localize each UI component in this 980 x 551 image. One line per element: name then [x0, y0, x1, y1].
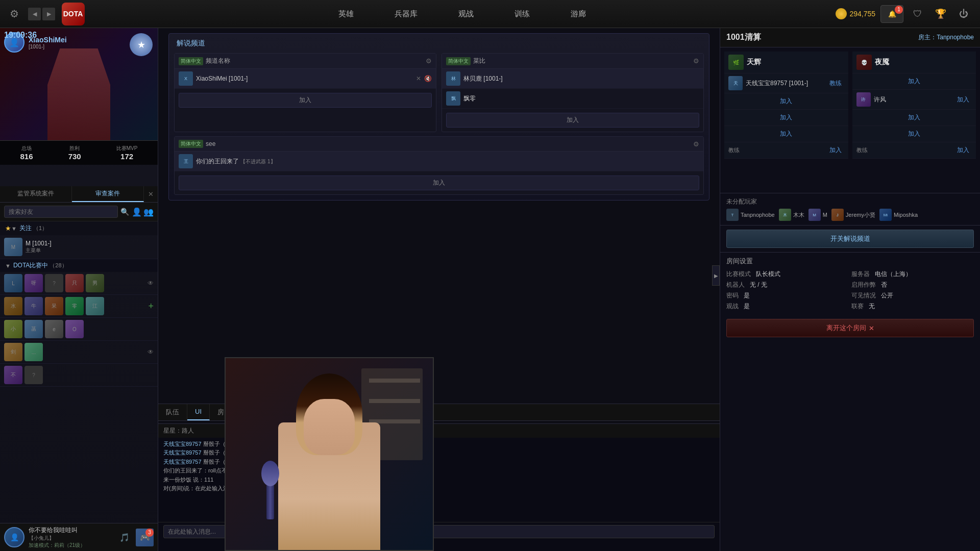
unassigned-section: 未分配玩家 T Tanpnophobe 木 木木 M M J Jeremy小贤	[720, 193, 980, 226]
panel-right-gear[interactable]: ⚙	[693, 57, 699, 65]
nav-watch[interactable]: 观战	[453, 7, 479, 21]
player-rank: [1001-]	[29, 44, 67, 49]
center-area: 解说频道 简体中文 频道名称 ⚙ X XiaoShiMei [1001-] ✕ …	[158, 28, 720, 551]
player-avatar-unk: ?	[24, 366, 43, 384]
leave-room-btn[interactable]: 离开这个房间 ✕	[726, 319, 974, 337]
nav-forward-btn[interactable]: ▶	[42, 8, 55, 20]
join-slot-btn[interactable]: 加入	[777, 129, 795, 139]
following-count: （1）	[33, 224, 47, 232]
join-btn[interactable]: 加入	[954, 94, 972, 105]
unassigned-player: Mi Miposhka	[879, 209, 918, 221]
friend-group-icon[interactable]: 👥	[143, 207, 154, 217]
list-item[interactable]: 水 牛 呆 零 江 +	[0, 295, 158, 318]
nav-arcade[interactable]: 游廊	[566, 7, 591, 21]
tab-case-review[interactable]: 审查案件	[72, 186, 144, 202]
bottom-player-icon[interactable]: 🎮 3	[136, 529, 154, 546]
nav-heroes[interactable]: 英雄	[333, 7, 359, 21]
unassigned-title: 未分配玩家	[726, 197, 974, 206]
join-button[interactable]: 教练	[827, 78, 844, 89]
add-friend-icon[interactable]: 👤	[132, 207, 142, 217]
dota-section-header[interactable]: ▼ DOTA比赛中 （28）	[0, 259, 158, 272]
expand-arrow[interactable]: ▶	[712, 265, 720, 286]
list-item[interactable]: M M [1001-] 主菜单	[0, 235, 158, 259]
player-avatar-longdd: L	[4, 274, 22, 292]
tab-ui[interactable]: UI	[187, 404, 210, 420]
list-item[interactable]: 小 菡 e O	[0, 318, 158, 341]
team-dire: 💀 夜魇 加入 许 许风 加入 加入 加入	[852, 52, 976, 189]
time-display: 19:09:36	[4, 31, 154, 40]
channel-right-add-btn[interactable]: 加入	[446, 113, 699, 128]
search-button[interactable]: 🔍	[120, 208, 129, 216]
chat-sender: 天线宝宝89757	[163, 441, 202, 447]
following-header[interactable]: ★ ▼ 关注 （1）	[0, 221, 158, 235]
channel-see-panel: 简体中文 see ⚙ 王 你们的王回来了 【不进武器 1】 加入	[174, 136, 704, 195]
channel-see-add-btn[interactable]: 加入	[179, 176, 699, 190]
channel-entry-king[interactable]: 王 你们的王回来了 【不进武器 1】	[175, 152, 703, 171]
settings-spectate-row: 观战 是	[726, 302, 849, 311]
notification-icon[interactable]: 1 🔔	[880, 5, 903, 23]
channel-entry-xiaoshi[interactable]: X XiaoShiMei [1001-] ✕ 🔇	[175, 69, 436, 89]
list-item[interactable]: L 呀 ? 只 男 👁	[0, 272, 158, 295]
channel-avatar: X	[179, 71, 193, 86]
unassigned-avatar: T	[726, 209, 739, 221]
nav-learn[interactable]: 训练	[509, 7, 535, 21]
join-slot-btn[interactable]: 加入	[777, 96, 795, 107]
team-dire-name: 夜魇	[875, 58, 889, 67]
nav-back-btn[interactable]: ◀	[28, 8, 41, 20]
join-slot-btn[interactable]: 加入	[777, 112, 795, 123]
player-avatar-5: 男	[86, 274, 104, 292]
player-avatar-han: 菡	[24, 320, 43, 338]
channel-left-add-btn[interactable]: 加入	[179, 93, 432, 108]
add-icon[interactable]: +	[148, 301, 154, 312]
settings-server-value: 电信（上海）	[875, 270, 912, 279]
settings-visible-row: 可见情况 公开	[851, 291, 974, 300]
settings-title: 房间设置	[726, 257, 974, 266]
stat-wins: 胜利 730	[68, 145, 81, 161]
trophy-icon[interactable]: 🏆	[932, 5, 949, 23]
team-radiant-header: 🌿 天辉	[724, 52, 848, 73]
eye-icon2[interactable]: 👁	[148, 348, 154, 356]
dota-logo[interactable]: DOTA	[58, 0, 88, 28]
panel-left-gear[interactable]: ⚙	[426, 57, 432, 65]
eye-icon[interactable]: 👁	[148, 280, 154, 287]
channel-entry-lin[interactable]: 林 林贝鹿 [1001-]	[442, 69, 703, 89]
join-slot-btn[interactable]: 加入	[905, 112, 923, 123]
star-icon: ★	[5, 224, 11, 232]
panel-see-header: 简体中文 see ⚙	[175, 137, 703, 152]
channel-panels: 简体中文 频道名称 ⚙ X XiaoShiMei [1001-] ✕ 🔇 加入	[174, 53, 704, 132]
nav-armory[interactable]: 兵器库	[389, 7, 423, 21]
list-action[interactable]: 👁	[106, 274, 154, 292]
coach-join-btn-dire[interactable]: 加入	[954, 145, 972, 156]
shield-icon[interactable]: 🛡	[909, 5, 926, 23]
tab-team[interactable]: 队伍	[158, 404, 187, 420]
notification-badge: 1 🔔	[888, 10, 896, 18]
settings-spectate-value: 是	[744, 302, 750, 311]
channel-dialog-title: 解说频道	[174, 39, 704, 48]
player-avatar-leaf: 小	[4, 320, 22, 338]
channel-mute-icon[interactable]: 🔇	[424, 75, 432, 82]
channel-piao-name: 飘零	[463, 94, 699, 103]
webcam-overlay	[225, 357, 434, 551]
friend-action-icons: 👤 👥	[132, 207, 154, 217]
music-icon[interactable]: 🎵	[115, 529, 133, 546]
channel-entry-piao[interactable]: 飘 飘零	[442, 89, 703, 109]
channel-close-icon[interactable]: ✕	[416, 75, 421, 82]
list-action2[interactable]: +	[106, 297, 154, 315]
panel-right-title: 菜比	[473, 57, 691, 65]
list-item[interactable]: 剑 ... 👁	[0, 341, 158, 364]
section-arrow: ▼	[5, 263, 11, 269]
coach-join-btn[interactable]: 加入	[827, 145, 844, 156]
join-slot-btn[interactable]: 加入	[905, 76, 923, 87]
search-input[interactable]	[4, 206, 118, 218]
power-icon[interactable]: ⏻	[954, 5, 972, 23]
panel-see-gear[interactable]: ⚙	[693, 140, 699, 148]
tab-case-monitor[interactable]: 监管系统案件	[0, 186, 72, 202]
settings-bot-value: 无 / 无	[750, 281, 767, 289]
toggle-channel-btn[interactable]: 开关解说频道	[726, 230, 974, 248]
tab-close-btn[interactable]: ✕	[144, 186, 158, 202]
gear-icon[interactable]: ⚙	[0, 0, 28, 28]
join-slot-btn[interactable]: 加入	[905, 129, 923, 139]
list-item[interactable]: 不 ?	[0, 364, 158, 387]
main-layout: ★ 👤 XiaoShiMei [1001-] 19:09:36 总场 816	[0, 28, 980, 551]
empty-slot: 加入	[724, 109, 848, 126]
